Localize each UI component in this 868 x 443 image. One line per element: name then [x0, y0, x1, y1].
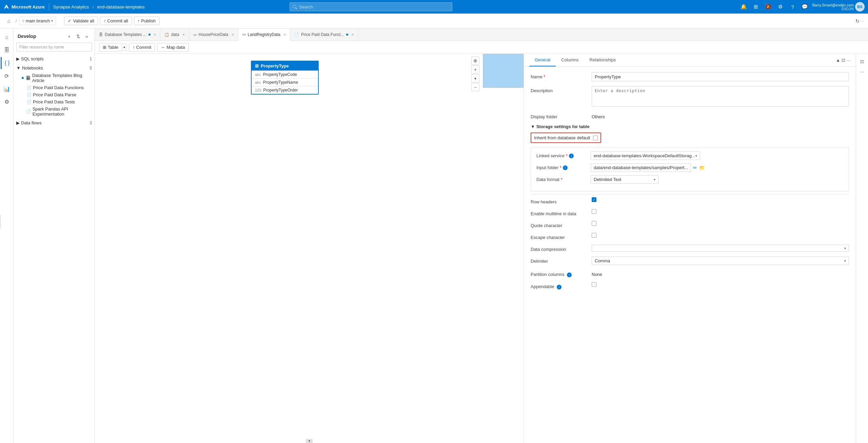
input-folder-edit-icon[interactable]: ✏: [693, 165, 697, 170]
data-flows-header[interactable]: ▶ Data flows 3: [14, 119, 95, 127]
appendable-checkbox[interactable]: [592, 282, 596, 287]
notebooks-header[interactable]: ▼ Notebooks 5: [14, 64, 95, 72]
linked-service-value: end-database-templates-WorkspaceDefaultS…: [591, 152, 843, 160]
right-toolbar-icon-1[interactable]: ⊡: [857, 57, 867, 66]
form-close-icon[interactable]: ···: [847, 58, 850, 63]
commit-all-button[interactable]: ↑ Commit all: [100, 17, 132, 25]
home-button[interactable]: ⌂: [4, 16, 14, 26]
add-resource-icon[interactable]: +: [65, 33, 73, 40]
validate-all-button[interactable]: ✓ Validate all: [64, 17, 98, 25]
tab-db-templates[interactable]: 🗄 Database Templates ... ×: [95, 28, 160, 41]
tab-close-4[interactable]: ×: [284, 33, 286, 37]
notebooks-expand-icon: ▼: [16, 65, 21, 71]
tab-close-5[interactable]: ×: [352, 33, 354, 37]
second-bar-actions: ✓ Validate all ↑ Commit all ↑ Publish: [64, 17, 159, 25]
table-label: Table: [108, 45, 118, 50]
bell-icon[interactable]: 🔕: [764, 2, 773, 12]
tab-icon-3: ▭: [193, 33, 197, 37]
sidebar-item-db-templates[interactable]: 📓 Database Templates Blog Article: [14, 72, 95, 84]
tab-columns-label: Columns: [561, 57, 578, 62]
tab-dot-1: [149, 34, 151, 36]
storage-settings-header[interactable]: ▼ Storage settings for table: [531, 124, 849, 129]
grid-icon[interactable]: ⊞: [751, 2, 761, 12]
tab-house-price[interactable]: ▭ HousePriceData ×: [189, 28, 238, 41]
branch-selector[interactable]: ⑂ main branch ▾: [19, 17, 56, 25]
collapse-sidebar-icon[interactable]: «: [83, 33, 91, 40]
description-control: [592, 86, 849, 107]
form-tab-columns[interactable]: Columns: [556, 54, 584, 66]
sidebar-item-price-paid-parse[interactable]: 📄 Price Paid Data Parse: [14, 91, 95, 98]
commit-button[interactable]: ↑ Commit: [129, 43, 155, 52]
zoom-out-icon[interactable]: −: [471, 83, 479, 91]
map-data-button[interactable]: ↔ Map data: [157, 43, 189, 52]
tab-icon-2: 📋: [164, 33, 169, 37]
form-more-icon[interactable]: ⊡: [842, 58, 845, 63]
inherit-checkbox[interactable]: [593, 136, 598, 140]
data-compression-select[interactable]: ▾: [592, 245, 849, 252]
refresh-icon[interactable]: ↻: [855, 18, 860, 24]
linked-service-label: Linked service i: [536, 153, 591, 158]
sidebar-item-label: Database Templates Blog Article: [32, 73, 92, 83]
tab-general-label: General: [535, 57, 550, 62]
form-tab-general[interactable]: General: [529, 54, 556, 66]
modified-dot: [22, 77, 24, 79]
entity-col-2: PropertyTypeName: [263, 80, 298, 85]
input-folder-info-icon[interactable]: i: [563, 165, 568, 170]
escape-character-checkbox[interactable]: [592, 233, 596, 238]
divider-1: [531, 194, 849, 195]
data-flows-label: Data flows: [21, 120, 42, 125]
sidebar-item-price-paid-tests[interactable]: 📄 Price Paid Data Tests: [14, 98, 95, 105]
user-menu[interactable]: Barry.Smart@endjin.com ENDJIN BS: [812, 2, 865, 12]
linked-service-info-icon[interactable]: i: [569, 154, 574, 158]
publish-button[interactable]: ↑ Publish: [134, 17, 159, 25]
zoom-in-icon[interactable]: +: [471, 65, 479, 74]
right-toolbar-icon-2[interactable]: ···: [857, 67, 867, 76]
partition-columns-info-icon[interactable]: i: [567, 273, 572, 277]
avatar[interactable]: BS: [855, 2, 865, 12]
feedback-icon[interactable]: 💬: [800, 2, 810, 12]
tab-land-registry[interactable]: ▭ LandRegistryData ×: [238, 29, 291, 41]
help-icon[interactable]: ?: [788, 2, 797, 12]
tab-close-3[interactable]: ×: [232, 33, 234, 37]
linked-service-select[interactable]: end-database-templates-WorkspaceDefaultS…: [591, 152, 700, 160]
description-textarea[interactable]: [592, 86, 849, 106]
input-folder-select[interactable]: data/end-database-templates/samples/Prop…: [591, 163, 691, 172]
tab-close-2[interactable]: ×: [182, 33, 184, 37]
row-headers-checkbox[interactable]: ✓: [592, 197, 596, 202]
enable-multiline-checkbox[interactable]: [592, 209, 596, 214]
search-box[interactable]: [290, 2, 452, 11]
search-input[interactable]: [299, 4, 449, 9]
quote-character-checkbox[interactable]: [592, 221, 596, 226]
appendable-info-icon[interactable]: i: [557, 285, 561, 289]
table-dropdown-button[interactable]: ▾: [122, 44, 127, 51]
diagram-area: ⊞ PropertyType abc PropertyTypeCode abc …: [95, 54, 524, 443]
sort-icon[interactable]: ⇅: [74, 33, 82, 40]
nav-data-icon[interactable]: 🗄: [1, 44, 13, 56]
nav-home-icon[interactable]: ⌂: [1, 31, 13, 43]
table-button[interactable]: ⊞ Table: [99, 43, 122, 52]
delimiter-select[interactable]: Comma ▾: [592, 257, 849, 265]
tab-data[interactable]: 📋 data ×: [160, 28, 189, 41]
tab-price-paid[interactable]: 📄 Price Paid Data Funct... ×: [290, 28, 358, 41]
nav-integrate-icon[interactable]: ⟳: [1, 70, 13, 82]
tab-close-1[interactable]: ×: [154, 33, 156, 37]
nav-manage-icon[interactable]: ⚙: [1, 96, 13, 108]
sidebar-item-spark-pandas[interactable]: 📄 Spark Pandas API Experimentation: [14, 105, 95, 118]
data-format-select[interactable]: Delimited Text ▾: [591, 175, 658, 184]
sidebar-item-price-paid-fn[interactable]: 📄 Price Paid Data Functions: [14, 84, 95, 91]
storage-settings-box: Linked service i end-database-templates-…: [531, 147, 849, 192]
form-tab-relationships[interactable]: Relationships: [584, 54, 622, 66]
sql-scripts-header[interactable]: ▶ SQL scripts 1: [14, 55, 95, 63]
input-folder-browse-icon[interactable]: 📁: [699, 165, 705, 170]
tab-label-5: Price Paid Data Funct...: [301, 32, 344, 37]
settings-icon[interactable]: ⚙: [776, 2, 785, 12]
notification-icon[interactable]: 🔔: [739, 2, 749, 12]
filter-resources-input[interactable]: [16, 43, 92, 52]
name-input[interactable]: [592, 72, 849, 81]
ellipsis-icon[interactable]: ···: [861, 19, 864, 23]
form-collapse-icon[interactable]: ▲: [836, 58, 840, 63]
nav-develop-icon[interactable]: { }: [1, 57, 13, 69]
collapse-panel-btn[interactable]: ▾: [306, 439, 313, 443]
zoom-fit-icon[interactable]: ⊕: [471, 57, 479, 65]
nav-monitor-icon[interactable]: 📊: [1, 83, 13, 95]
